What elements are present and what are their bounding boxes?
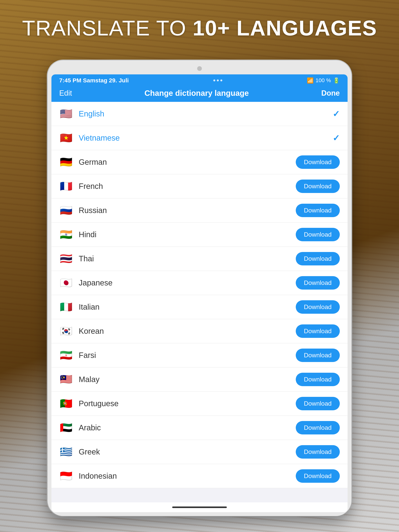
tablet-device: 7:45 PM Samstag 29. Juli 📶 100 % 🔋 Edit … xyxy=(48,60,351,516)
flag-farsi: 🇮🇷 xyxy=(59,349,73,361)
flag-malay: 🇲🇾 xyxy=(59,374,73,385)
language-name-english: English xyxy=(79,109,333,118)
flag-italian: 🇮🇹 xyxy=(59,301,73,313)
language-name-italian: Italian xyxy=(79,303,296,311)
battery-icon: 🔋 xyxy=(333,77,340,84)
nav-title: Change dictionary language xyxy=(144,89,249,98)
language-name-thai: Thai xyxy=(79,254,296,263)
battery-text: 100 % xyxy=(316,77,331,83)
flag-german: 🇩🇪 xyxy=(59,156,73,168)
list-item[interactable]: 🇹🇭 Thai Download xyxy=(51,247,348,271)
list-item[interactable]: 🇵🇹 Portuguese Download xyxy=(51,392,348,416)
edit-button[interactable]: Edit xyxy=(59,89,72,97)
status-dot-3 xyxy=(220,79,222,81)
tablet-camera xyxy=(197,66,202,71)
language-name-malay: Malay xyxy=(79,375,296,384)
download-button-malay[interactable]: Download xyxy=(296,373,340,386)
flag-arabic: 🇦🇪 xyxy=(59,422,73,434)
list-item[interactable]: 🇰🇷 Korean Download xyxy=(51,319,348,343)
status-dots xyxy=(213,79,222,81)
headline-part2: 10+ LANGUAGES xyxy=(193,16,377,40)
download-button-french[interactable]: Download xyxy=(296,180,340,193)
list-item[interactable]: 🇯🇵 Japanese Download xyxy=(51,271,348,295)
list-item[interactable]: 🇻🇳 Vietnamese ✓ xyxy=(51,126,348,150)
flag-thai: 🇹🇭 xyxy=(59,253,73,265)
download-button-indonesian[interactable]: Download xyxy=(296,469,340,483)
language-name-vietnamese: Vietnamese xyxy=(79,133,333,142)
flag-indonesian: 🇮🇩 xyxy=(59,470,73,482)
language-name-portuguese: Portuguese xyxy=(79,399,296,408)
list-item[interactable]: 🇩🇪 German Download xyxy=(51,150,348,174)
list-item[interactable]: 🇲🇾 Malay Download xyxy=(51,367,348,392)
download-button-german[interactable]: Download xyxy=(296,155,340,169)
status-dot-1 xyxy=(213,79,215,81)
flag-portuguese: 🇵🇹 xyxy=(59,398,73,410)
download-button-thai[interactable]: Download xyxy=(296,252,340,266)
language-name-hindi: Hindi xyxy=(79,230,296,239)
download-button-hindi[interactable]: Download xyxy=(296,228,340,241)
list-item[interactable]: 🇮🇷 Farsi Download xyxy=(51,343,348,367)
flag-russian: 🇷🇺 xyxy=(59,204,73,216)
done-button[interactable]: Done xyxy=(321,89,340,97)
flag-english: 🇺🇸 xyxy=(59,108,73,120)
download-button-farsi[interactable]: Download xyxy=(296,348,340,362)
language-name-farsi: Farsi xyxy=(79,351,296,360)
list-item[interactable]: 🇬🇷 Greek Download xyxy=(51,440,348,464)
language-name-indonesian: Indonesian xyxy=(79,472,296,480)
language-name-korean: Korean xyxy=(79,327,296,336)
headline: TRANSLATE TO 10+ LANGUAGES xyxy=(0,16,399,40)
flag-french: 🇫🇷 xyxy=(59,180,73,192)
list-item[interactable]: 🇷🇺 Russian Download xyxy=(51,198,348,222)
language-name-greek: Greek xyxy=(79,448,296,456)
language-name-japanese: Japanese xyxy=(79,279,296,287)
download-button-russian[interactable]: Download xyxy=(296,204,340,217)
list-item[interactable]: 🇮🇳 Hindi Download xyxy=(51,222,348,247)
wifi-icon: 📶 xyxy=(307,77,314,84)
list-item[interactable]: 🇦🇪 Arabic Download xyxy=(51,416,348,440)
flag-greek: 🇬🇷 xyxy=(59,446,73,458)
home-indicator xyxy=(51,502,348,512)
check-english: ✓ xyxy=(333,109,340,119)
flag-vietnamese: 🇻🇳 xyxy=(59,132,73,144)
download-button-italian[interactable]: Download xyxy=(296,300,340,314)
language-name-russian: Russian xyxy=(79,206,296,215)
flag-korean: 🇰🇷 xyxy=(59,325,73,337)
download-button-korean[interactable]: Download xyxy=(296,324,340,338)
status-bar: 7:45 PM Samstag 29. Juli 📶 100 % 🔋 xyxy=(51,74,348,86)
list-item[interactable]: 🇫🇷 French Download xyxy=(51,174,348,198)
download-button-arabic[interactable]: Download xyxy=(296,421,340,434)
language-name-german: German xyxy=(79,158,296,166)
language-list: 🇺🇸 English ✓ 🇻🇳 Vietnamese ✓ 🇩🇪 German D… xyxy=(51,102,348,502)
flag-hindi: 🇮🇳 xyxy=(59,229,73,241)
status-dot-2 xyxy=(217,79,219,81)
list-item[interactable]: 🇮🇹 Italian Download xyxy=(51,295,348,319)
language-name-arabic: Arabic xyxy=(79,423,296,432)
status-time: 7:45 PM Samstag 29. Juli xyxy=(59,77,129,84)
flag-japanese: 🇯🇵 xyxy=(59,277,73,289)
list-item[interactable]: 🇺🇸 English ✓ xyxy=(51,102,348,126)
download-button-greek[interactable]: Download xyxy=(296,445,340,459)
download-button-portuguese[interactable]: Download xyxy=(296,397,340,410)
download-button-japanese[interactable]: Download xyxy=(296,276,340,290)
tablet-screen: 7:45 PM Samstag 29. Juli 📶 100 % 🔋 Edit … xyxy=(51,74,348,512)
list-item[interactable]: 🇮🇩 Indonesian Download xyxy=(51,464,348,488)
home-bar xyxy=(172,507,227,508)
headline-part1: TRANSLATE TO xyxy=(22,16,193,40)
check-vietnamese: ✓ xyxy=(333,133,340,143)
status-right: 📶 100 % 🔋 xyxy=(307,77,340,84)
navigation-bar: Edit Change dictionary language Done xyxy=(51,86,348,102)
language-name-french: French xyxy=(79,182,296,191)
